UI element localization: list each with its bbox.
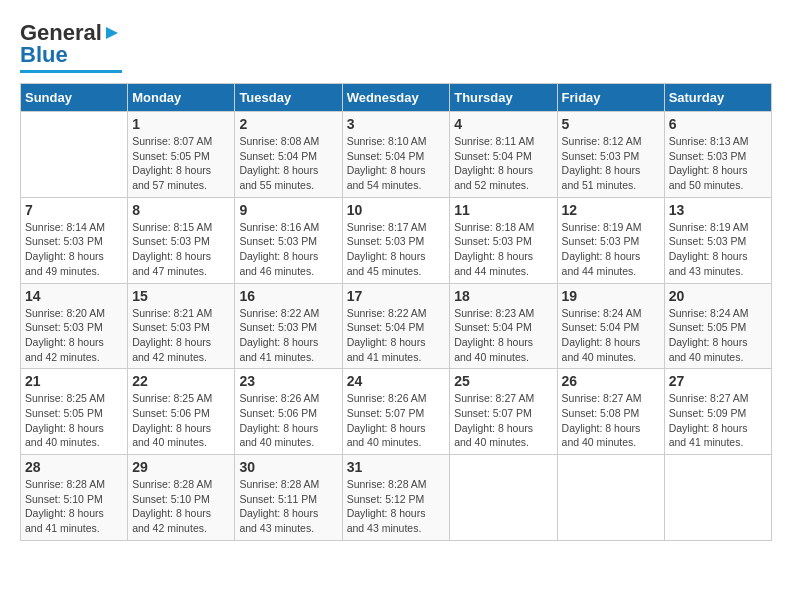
calendar-cell: 29Sunrise: 8:28 AM Sunset: 5:10 PM Dayli… xyxy=(128,455,235,541)
calendar-cell: 6Sunrise: 8:13 AM Sunset: 5:03 PM Daylig… xyxy=(664,112,771,198)
day-info: Sunrise: 8:18 AM Sunset: 5:03 PM Dayligh… xyxy=(454,220,552,279)
day-number: 25 xyxy=(454,373,552,389)
day-number: 19 xyxy=(562,288,660,304)
calendar-cell: 22Sunrise: 8:25 AM Sunset: 5:06 PM Dayli… xyxy=(128,369,235,455)
calendar-week-row: 1Sunrise: 8:07 AM Sunset: 5:05 PM Daylig… xyxy=(21,112,772,198)
calendar-cell: 27Sunrise: 8:27 AM Sunset: 5:09 PM Dayli… xyxy=(664,369,771,455)
day-info: Sunrise: 8:13 AM Sunset: 5:03 PM Dayligh… xyxy=(669,134,767,193)
calendar-cell: 25Sunrise: 8:27 AM Sunset: 5:07 PM Dayli… xyxy=(450,369,557,455)
calendar-cell: 16Sunrise: 8:22 AM Sunset: 5:03 PM Dayli… xyxy=(235,283,342,369)
day-number: 6 xyxy=(669,116,767,132)
calendar-cell: 7Sunrise: 8:14 AM Sunset: 5:03 PM Daylig… xyxy=(21,197,128,283)
day-info: Sunrise: 8:15 AM Sunset: 5:03 PM Dayligh… xyxy=(132,220,230,279)
calendar-cell: 11Sunrise: 8:18 AM Sunset: 5:03 PM Dayli… xyxy=(450,197,557,283)
day-number: 17 xyxy=(347,288,446,304)
day-number: 1 xyxy=(132,116,230,132)
day-number: 24 xyxy=(347,373,446,389)
day-info: Sunrise: 8:19 AM Sunset: 5:03 PM Dayligh… xyxy=(669,220,767,279)
day-number: 23 xyxy=(239,373,337,389)
day-info: Sunrise: 8:26 AM Sunset: 5:06 PM Dayligh… xyxy=(239,391,337,450)
day-info: Sunrise: 8:17 AM Sunset: 5:03 PM Dayligh… xyxy=(347,220,446,279)
day-number: 10 xyxy=(347,202,446,218)
calendar-header-row: SundayMondayTuesdayWednesdayThursdayFrid… xyxy=(21,84,772,112)
day-info: Sunrise: 8:26 AM Sunset: 5:07 PM Dayligh… xyxy=(347,391,446,450)
calendar-cell: 5Sunrise: 8:12 AM Sunset: 5:03 PM Daylig… xyxy=(557,112,664,198)
svg-marker-0 xyxy=(106,27,118,39)
calendar-cell: 17Sunrise: 8:22 AM Sunset: 5:04 PM Dayli… xyxy=(342,283,450,369)
day-number: 9 xyxy=(239,202,337,218)
calendar-week-row: 28Sunrise: 8:28 AM Sunset: 5:10 PM Dayli… xyxy=(21,455,772,541)
day-header-wednesday: Wednesday xyxy=(342,84,450,112)
day-info: Sunrise: 8:10 AM Sunset: 5:04 PM Dayligh… xyxy=(347,134,446,193)
day-header-tuesday: Tuesday xyxy=(235,84,342,112)
calendar-cell: 26Sunrise: 8:27 AM Sunset: 5:08 PM Dayli… xyxy=(557,369,664,455)
calendar-week-row: 7Sunrise: 8:14 AM Sunset: 5:03 PM Daylig… xyxy=(21,197,772,283)
day-number: 28 xyxy=(25,459,123,475)
calendar-cell: 20Sunrise: 8:24 AM Sunset: 5:05 PM Dayli… xyxy=(664,283,771,369)
calendar-cell: 28Sunrise: 8:28 AM Sunset: 5:10 PM Dayli… xyxy=(21,455,128,541)
logo: General Blue xyxy=(20,20,122,73)
day-number: 30 xyxy=(239,459,337,475)
day-number: 13 xyxy=(669,202,767,218)
day-number: 18 xyxy=(454,288,552,304)
day-info: Sunrise: 8:19 AM Sunset: 5:03 PM Dayligh… xyxy=(562,220,660,279)
day-info: Sunrise: 8:24 AM Sunset: 5:04 PM Dayligh… xyxy=(562,306,660,365)
calendar-cell: 4Sunrise: 8:11 AM Sunset: 5:04 PM Daylig… xyxy=(450,112,557,198)
calendar-cell: 15Sunrise: 8:21 AM Sunset: 5:03 PM Dayli… xyxy=(128,283,235,369)
day-info: Sunrise: 8:14 AM Sunset: 5:03 PM Dayligh… xyxy=(25,220,123,279)
day-info: Sunrise: 8:08 AM Sunset: 5:04 PM Dayligh… xyxy=(239,134,337,193)
calendar-cell: 19Sunrise: 8:24 AM Sunset: 5:04 PM Dayli… xyxy=(557,283,664,369)
calendar-cell: 31Sunrise: 8:28 AM Sunset: 5:12 PM Dayli… xyxy=(342,455,450,541)
calendar-cell xyxy=(557,455,664,541)
day-info: Sunrise: 8:07 AM Sunset: 5:05 PM Dayligh… xyxy=(132,134,230,193)
calendar-cell: 10Sunrise: 8:17 AM Sunset: 5:03 PM Dayli… xyxy=(342,197,450,283)
day-header-friday: Friday xyxy=(557,84,664,112)
day-header-sunday: Sunday xyxy=(21,84,128,112)
day-info: Sunrise: 8:27 AM Sunset: 5:07 PM Dayligh… xyxy=(454,391,552,450)
calendar-cell: 8Sunrise: 8:15 AM Sunset: 5:03 PM Daylig… xyxy=(128,197,235,283)
day-info: Sunrise: 8:24 AM Sunset: 5:05 PM Dayligh… xyxy=(669,306,767,365)
day-info: Sunrise: 8:25 AM Sunset: 5:05 PM Dayligh… xyxy=(25,391,123,450)
day-header-saturday: Saturday xyxy=(664,84,771,112)
calendar-cell: 1Sunrise: 8:07 AM Sunset: 5:05 PM Daylig… xyxy=(128,112,235,198)
day-info: Sunrise: 8:20 AM Sunset: 5:03 PM Dayligh… xyxy=(25,306,123,365)
calendar-cell: 18Sunrise: 8:23 AM Sunset: 5:04 PM Dayli… xyxy=(450,283,557,369)
logo-underline xyxy=(20,70,122,73)
calendar-week-row: 14Sunrise: 8:20 AM Sunset: 5:03 PM Dayli… xyxy=(21,283,772,369)
day-number: 27 xyxy=(669,373,767,389)
day-info: Sunrise: 8:28 AM Sunset: 5:10 PM Dayligh… xyxy=(25,477,123,536)
calendar-cell: 3Sunrise: 8:10 AM Sunset: 5:04 PM Daylig… xyxy=(342,112,450,198)
calendar-cell: 14Sunrise: 8:20 AM Sunset: 5:03 PM Dayli… xyxy=(21,283,128,369)
day-info: Sunrise: 8:21 AM Sunset: 5:03 PM Dayligh… xyxy=(132,306,230,365)
day-info: Sunrise: 8:12 AM Sunset: 5:03 PM Dayligh… xyxy=(562,134,660,193)
calendar-cell: 24Sunrise: 8:26 AM Sunset: 5:07 PM Dayli… xyxy=(342,369,450,455)
calendar-cell: 2Sunrise: 8:08 AM Sunset: 5:04 PM Daylig… xyxy=(235,112,342,198)
day-number: 7 xyxy=(25,202,123,218)
day-number: 21 xyxy=(25,373,123,389)
logo-text-blue: Blue xyxy=(20,42,68,68)
day-number: 3 xyxy=(347,116,446,132)
calendar-week-row: 21Sunrise: 8:25 AM Sunset: 5:05 PM Dayli… xyxy=(21,369,772,455)
day-number: 4 xyxy=(454,116,552,132)
day-info: Sunrise: 8:16 AM Sunset: 5:03 PM Dayligh… xyxy=(239,220,337,279)
day-number: 22 xyxy=(132,373,230,389)
logo-arrow-icon xyxy=(102,23,122,43)
day-info: Sunrise: 8:27 AM Sunset: 5:08 PM Dayligh… xyxy=(562,391,660,450)
day-number: 2 xyxy=(239,116,337,132)
day-info: Sunrise: 8:11 AM Sunset: 5:04 PM Dayligh… xyxy=(454,134,552,193)
day-number: 8 xyxy=(132,202,230,218)
day-number: 11 xyxy=(454,202,552,218)
calendar-cell xyxy=(21,112,128,198)
day-info: Sunrise: 8:22 AM Sunset: 5:04 PM Dayligh… xyxy=(347,306,446,365)
day-info: Sunrise: 8:28 AM Sunset: 5:10 PM Dayligh… xyxy=(132,477,230,536)
calendar-cell: 12Sunrise: 8:19 AM Sunset: 5:03 PM Dayli… xyxy=(557,197,664,283)
day-info: Sunrise: 8:28 AM Sunset: 5:11 PM Dayligh… xyxy=(239,477,337,536)
day-info: Sunrise: 8:25 AM Sunset: 5:06 PM Dayligh… xyxy=(132,391,230,450)
day-info: Sunrise: 8:27 AM Sunset: 5:09 PM Dayligh… xyxy=(669,391,767,450)
day-info: Sunrise: 8:22 AM Sunset: 5:03 PM Dayligh… xyxy=(239,306,337,365)
calendar-cell: 13Sunrise: 8:19 AM Sunset: 5:03 PM Dayli… xyxy=(664,197,771,283)
calendar-cell: 23Sunrise: 8:26 AM Sunset: 5:06 PM Dayli… xyxy=(235,369,342,455)
calendar-cell: 30Sunrise: 8:28 AM Sunset: 5:11 PM Dayli… xyxy=(235,455,342,541)
day-number: 26 xyxy=(562,373,660,389)
day-info: Sunrise: 8:23 AM Sunset: 5:04 PM Dayligh… xyxy=(454,306,552,365)
